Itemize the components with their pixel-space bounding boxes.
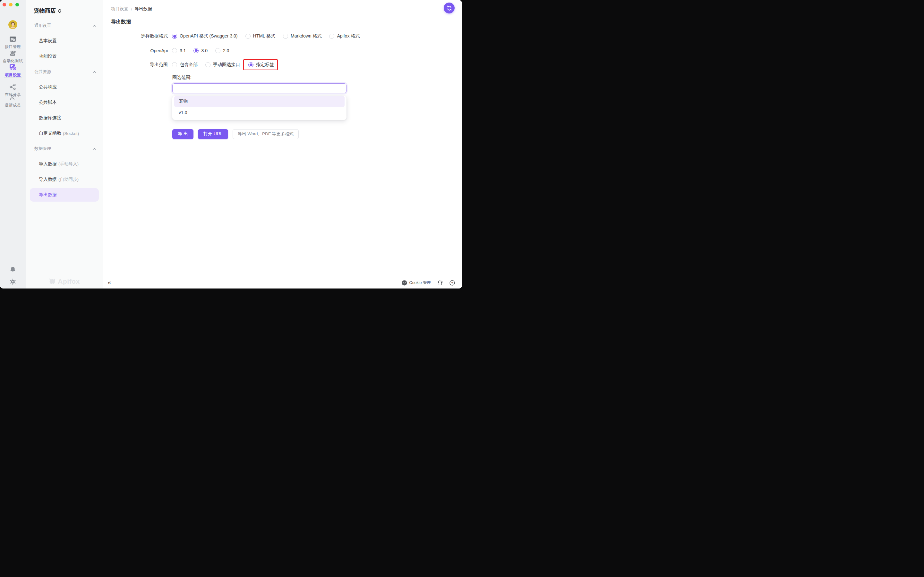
form-label: 选择数据格式 bbox=[103, 33, 168, 39]
zoom-button[interactable] bbox=[15, 3, 19, 6]
radio-apifox-format[interactable]: Apifox 格式 bbox=[329, 33, 360, 39]
radio-icon bbox=[172, 48, 177, 53]
radio-include-all[interactable]: 包含全部 bbox=[172, 62, 198, 68]
rail-item-invite-members[interactable]: 邀请成员 bbox=[0, 94, 26, 108]
brand-text: Apifox bbox=[58, 277, 79, 285]
automated-testing-icon bbox=[9, 50, 16, 58]
menu-item-note: (手动导入) bbox=[58, 161, 79, 167]
chevron-up-icon[interactable] bbox=[93, 25, 96, 27]
dropdown-option-pet[interactable]: 宠物 bbox=[174, 96, 344, 107]
radio-specified-tags[interactable]: 指定标签 bbox=[248, 61, 275, 68]
breadcrumb-current: 导出数据 bbox=[135, 6, 152, 12]
radio-option-label: 3.1 bbox=[180, 48, 186, 53]
bell-icon bbox=[9, 266, 16, 273]
open-url-button[interactable]: 打开 URL bbox=[198, 129, 228, 139]
gear-icon bbox=[9, 278, 16, 285]
radio-html-format[interactable]: HTML 格式 bbox=[246, 33, 275, 39]
action-buttons: 导 出 打开 URL 导出 Word、PDF 等更多格式 bbox=[172, 129, 462, 139]
openapi-version-options: 3.1 3.0 2.0 bbox=[172, 48, 237, 53]
export-button[interactable]: 导 出 bbox=[172, 129, 194, 139]
menu-item-note: (Socket) bbox=[63, 131, 79, 136]
red-highlight-box: 指定标签 bbox=[243, 59, 278, 70]
radio-version-3-1[interactable]: 3.1 bbox=[172, 48, 186, 53]
radio-markdown-format[interactable]: Markdown 格式 bbox=[283, 33, 321, 39]
person-plus-icon bbox=[9, 94, 17, 102]
radio-option-label: 包含全部 bbox=[180, 62, 198, 68]
breadcrumb-parent[interactable]: 项目设置 bbox=[111, 6, 128, 12]
project-name: 宠物商店 bbox=[34, 7, 56, 15]
format-options: OpenAPI 格式 (Swagger 3.0) HTML 格式 Markdow… bbox=[172, 33, 367, 39]
question-icon: ? bbox=[449, 280, 455, 285]
radio-selected-icon bbox=[172, 34, 177, 39]
project-switcher[interactable]: 宠物商店 bbox=[34, 7, 61, 15]
radio-version-2-0[interactable]: 2.0 bbox=[215, 48, 229, 53]
rail-item-label: 邀请成员 bbox=[5, 103, 21, 108]
radio-icon bbox=[172, 62, 177, 67]
collapse-sidebar-button[interactable]: « bbox=[108, 279, 111, 286]
rail-item-label: 自动化测试 bbox=[3, 58, 23, 64]
avatar[interactable] bbox=[8, 20, 17, 29]
tag-scope-label: 圈选范围: bbox=[172, 75, 462, 81]
apifox-logo-icon bbox=[48, 277, 56, 285]
menu-section-general[interactable]: 通用设置 bbox=[26, 18, 103, 33]
menu-item-import-manual[interactable]: 导入数据 (手动导入) bbox=[26, 156, 103, 172]
menu-item-label: 数据库连接 bbox=[39, 115, 61, 121]
radio-selected-icon bbox=[194, 48, 199, 53]
menu-item-export-data[interactable]: 导出数据 bbox=[30, 188, 99, 201]
menu-item-shared-scripts[interactable]: 公共脚本 bbox=[26, 95, 103, 110]
dropdown-option-v1[interactable]: v1.0 bbox=[172, 107, 347, 118]
menu-item-basic-settings[interactable]: 基本设置 bbox=[26, 33, 103, 49]
rail-divider bbox=[4, 77, 22, 77]
menu-item-label: 导出数据 bbox=[39, 192, 57, 198]
export-scope-options: 包含全部 手动圈选接口 指定标签 bbox=[172, 61, 282, 68]
tag-scope-block: 圈选范围: 宠物 v1.0 导 出 打开 URL 导出 Word、PDF 等更多… bbox=[172, 75, 462, 139]
menu-item-import-auto-sync[interactable]: 导入数据 (自动同步) bbox=[26, 172, 103, 187]
menu-item-shared-responses[interactable]: 公共响应 bbox=[26, 79, 103, 95]
rail-item-api-management[interactable]: 接口管理 bbox=[0, 36, 26, 50]
rail-item-automated-testing[interactable]: 自动化测试 bbox=[0, 50, 26, 64]
api-management-icon bbox=[9, 36, 16, 44]
svg-text:?: ? bbox=[451, 281, 453, 285]
sync-button[interactable] bbox=[444, 3, 455, 13]
radio-option-label: 3.0 bbox=[201, 48, 207, 53]
menu-item-custom-functions[interactable]: 自定义函数 (Socket) bbox=[26, 126, 103, 141]
more-formats-button[interactable]: 导出 Word、PDF 等更多格式 bbox=[233, 129, 299, 139]
settings-button[interactable] bbox=[0, 278, 26, 285]
radio-openapi-format[interactable]: OpenAPI 格式 (Swagger 3.0) bbox=[172, 33, 238, 39]
minimize-button[interactable] bbox=[9, 3, 13, 6]
avatar-image bbox=[8, 20, 17, 29]
close-button[interactable] bbox=[3, 3, 6, 6]
form-label: OpenApi bbox=[103, 48, 168, 53]
menu-item-database-connections[interactable]: 数据库连接 bbox=[26, 110, 103, 126]
rail-item-project-settings[interactable]: 项目设置 bbox=[0, 64, 26, 78]
chevron-up-icon[interactable] bbox=[93, 148, 96, 150]
radio-option-label: Apifox 格式 bbox=[337, 33, 360, 39]
help-button[interactable]: ? bbox=[449, 280, 455, 285]
menu-item-label: 导入数据 bbox=[39, 161, 57, 167]
radio-icon bbox=[246, 34, 250, 39]
section-header-label: 公共资源 bbox=[34, 69, 51, 75]
settings-sidebar: 宠物商店 通用设置 基本设置 功能设置 公共资源 公共响应 bbox=[26, 0, 103, 288]
breadcrumb-separator: / bbox=[131, 7, 132, 11]
apifox-app-window: 接口管理 自动化测试 bbox=[0, 0, 462, 288]
menu-item-feature-settings[interactable]: 功能设置 bbox=[26, 49, 103, 64]
apifox-brand: Apifox bbox=[26, 277, 103, 285]
chevron-up-icon[interactable] bbox=[93, 71, 96, 73]
section-header-label: 数据管理 bbox=[34, 146, 51, 152]
cookie-manager-label: Cookie 管理 bbox=[409, 280, 431, 285]
refresh-icon bbox=[446, 5, 452, 11]
radio-icon bbox=[283, 34, 288, 39]
icon-rail: 接口管理 自动化测试 bbox=[0, 0, 26, 288]
notifications-button[interactable] bbox=[0, 266, 26, 273]
breadcrumb: 项目设置 / 导出数据 bbox=[111, 6, 152, 12]
menu-section-data-management[interactable]: 数据管理 bbox=[26, 141, 103, 156]
project-switcher-icon bbox=[58, 8, 61, 13]
menu-item-label: 公共脚本 bbox=[39, 100, 57, 105]
tag-scope-input[interactable] bbox=[172, 83, 347, 93]
menu-section-shared-resources[interactable]: 公共资源 bbox=[26, 64, 103, 79]
export-scope-row: 导出范围 包含全部 手动圈选接口 指定标签 bbox=[103, 60, 462, 69]
cookie-manager-button[interactable]: Cookie 管理 bbox=[402, 280, 431, 285]
radio-version-3-0[interactable]: 3.0 bbox=[194, 48, 207, 53]
radio-manual-select-apis[interactable]: 手动圈选接口 bbox=[205, 62, 240, 68]
theme-button[interactable] bbox=[437, 280, 443, 285]
